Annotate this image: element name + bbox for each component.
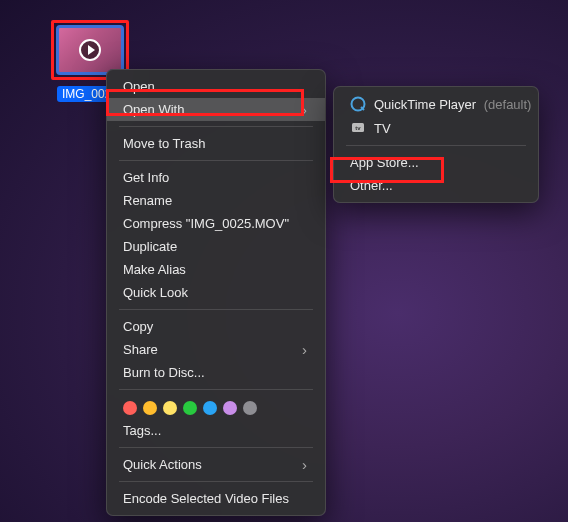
- tag-color-dot[interactable]: [183, 401, 197, 415]
- menu-label: Tags...: [123, 423, 161, 438]
- menu-share[interactable]: Share ›: [107, 338, 325, 361]
- menu-separator: [119, 481, 313, 482]
- quicktime-icon: [350, 96, 366, 112]
- menu-separator: [119, 447, 313, 448]
- tv-icon: tv: [350, 120, 366, 136]
- submenu-label: App Store...: [350, 155, 419, 170]
- menu-compress[interactable]: Compress "IMG_0025.MOV": [107, 212, 325, 235]
- menu-encode[interactable]: Encode Selected Video Files: [107, 487, 325, 510]
- menu-label: Get Info: [123, 170, 169, 185]
- tag-color-dot[interactable]: [243, 401, 257, 415]
- submenu-label: QuickTime Player: [374, 97, 476, 112]
- menu-label: Rename: [123, 193, 172, 208]
- submenu-tv[interactable]: tv TV: [334, 116, 538, 140]
- menu-label: Quick Actions: [123, 457, 202, 472]
- menu-separator: [119, 389, 313, 390]
- context-menu: Open Open With › Move to Trash Get Info …: [106, 69, 326, 516]
- tag-color-dot[interactable]: [143, 401, 157, 415]
- menu-open[interactable]: Open: [107, 75, 325, 98]
- menu-move-to-trash[interactable]: Move to Trash: [107, 132, 325, 155]
- menu-separator: [119, 126, 313, 127]
- tag-color-dot[interactable]: [223, 401, 237, 415]
- tag-color-dot[interactable]: [203, 401, 217, 415]
- menu-label: Make Alias: [123, 262, 186, 277]
- menu-get-info[interactable]: Get Info: [107, 166, 325, 189]
- menu-tags[interactable]: Tags...: [107, 419, 325, 442]
- menu-label: Compress "IMG_0025.MOV": [123, 216, 289, 231]
- submenu-quicktime[interactable]: QuickTime Player (default): [334, 92, 538, 116]
- submenu-app-store[interactable]: App Store...: [334, 151, 538, 174]
- menu-label: Open: [123, 79, 155, 94]
- play-icon: [79, 39, 101, 61]
- menu-label: Open With: [123, 102, 184, 117]
- menu-separator: [119, 309, 313, 310]
- tag-color-dot[interactable]: [163, 401, 177, 415]
- menu-label: Encode Selected Video Files: [123, 491, 289, 506]
- menu-burn[interactable]: Burn to Disc...: [107, 361, 325, 384]
- video-thumbnail[interactable]: [56, 25, 124, 75]
- open-with-submenu: QuickTime Player (default) tv TV App Sto…: [333, 86, 539, 203]
- menu-quick-look[interactable]: Quick Look: [107, 281, 325, 304]
- menu-make-alias[interactable]: Make Alias: [107, 258, 325, 281]
- submenu-other[interactable]: Other...: [334, 174, 538, 197]
- menu-label: Duplicate: [123, 239, 177, 254]
- menu-label: Share: [123, 342, 158, 357]
- menu-label: Copy: [123, 319, 153, 334]
- chevron-right-icon: ›: [302, 342, 307, 357]
- menu-label: Burn to Disc...: [123, 365, 205, 380]
- submenu-label: Other...: [350, 178, 393, 193]
- submenu-label: TV: [374, 121, 391, 136]
- svg-text:tv: tv: [355, 125, 361, 131]
- menu-separator: [346, 145, 526, 146]
- menu-quick-actions[interactable]: Quick Actions ›: [107, 453, 325, 476]
- menu-label: Move to Trash: [123, 136, 205, 151]
- menu-separator: [119, 160, 313, 161]
- default-suffix: (default): [484, 97, 532, 112]
- tag-color-dot[interactable]: [123, 401, 137, 415]
- chevron-right-icon: ›: [302, 457, 307, 472]
- menu-rename[interactable]: Rename: [107, 189, 325, 212]
- tag-color-row: [107, 395, 325, 419]
- menu-open-with[interactable]: Open With ›: [107, 98, 325, 121]
- menu-duplicate[interactable]: Duplicate: [107, 235, 325, 258]
- menu-copy[interactable]: Copy: [107, 315, 325, 338]
- menu-label: Quick Look: [123, 285, 188, 300]
- chevron-right-icon: ›: [302, 102, 307, 117]
